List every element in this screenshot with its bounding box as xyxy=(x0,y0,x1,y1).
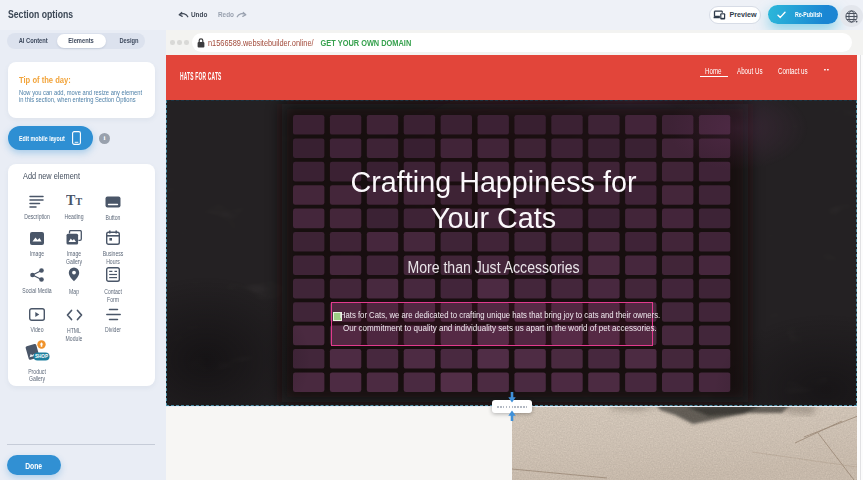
svg-text:SHOP: SHOP xyxy=(34,354,47,359)
svg-text:T: T xyxy=(75,196,82,207)
svg-text:T: T xyxy=(66,193,76,207)
